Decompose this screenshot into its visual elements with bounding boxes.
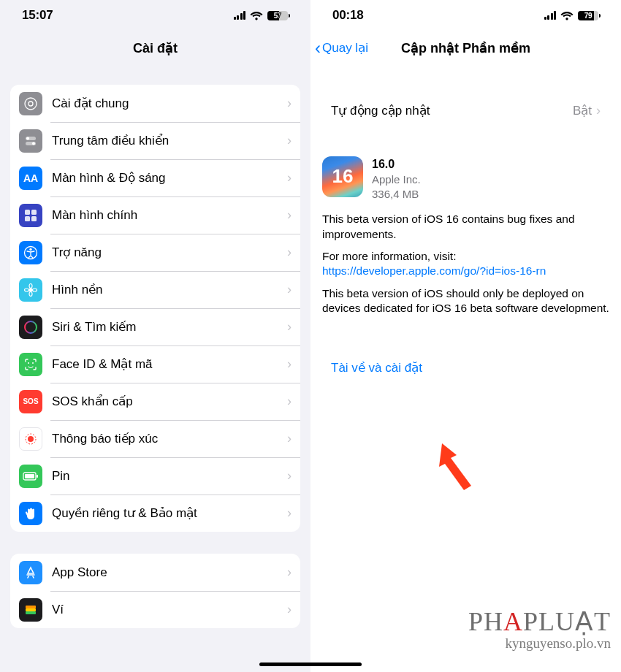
- chevron-right-icon: ›: [287, 133, 292, 148]
- battery-indicator: 57: [267, 11, 290, 20]
- svg-point-5: [32, 142, 35, 145]
- wifi-icon: [560, 11, 574, 20]
- chevron-right-icon: ›: [287, 96, 292, 111]
- settings-row-faceid[interactable]: Face ID & Mật mã›: [10, 345, 300, 383]
- svg-point-1: [28, 102, 33, 106]
- accessibility-icon: [19, 241, 42, 264]
- row-label: Face ID & Mật mã: [52, 356, 287, 372]
- cellular-signal-icon: [234, 11, 246, 20]
- home-indicator[interactable]: [259, 663, 362, 666]
- settings-row-exposure[interactable]: Thông báo tiếp xúc›: [10, 420, 300, 457]
- software-update-screen: 00:18 79 ‹ Quay lại Cập nhật Phần mềm T: [310, 0, 621, 672]
- svg-point-19: [32, 362, 34, 364]
- settings-row-siri[interactable]: Siri & Tìm kiếm›: [10, 308, 300, 345]
- chevron-right-icon: ›: [287, 505, 292, 521]
- settings-row-wallpaper[interactable]: Hình nền›: [10, 271, 300, 308]
- settings-row-sos[interactable]: SOSSOS khẩn cấp›: [10, 383, 300, 420]
- chevron-right-icon: ›: [287, 565, 292, 580]
- row-label: Ví: [52, 603, 287, 617]
- appstore-icon: [19, 561, 42, 584]
- svg-rect-6: [25, 210, 30, 215]
- nav-bar-update: ‹ Quay lại Cập nhật Phần mềm: [310, 31, 621, 66]
- chevron-right-icon: ›: [287, 319, 292, 335]
- svg-point-13: [29, 283, 32, 288]
- row-label: Siri & Tìm kiếm: [52, 319, 287, 335]
- update-description-2: This beta version of iOS should only be …: [322, 286, 609, 316]
- svg-point-12: [29, 288, 33, 291]
- chevron-right-icon: ›: [287, 394, 292, 409]
- back-button[interactable]: ‹ Quay lại: [315, 39, 368, 57]
- update-content[interactable]: Tự động cập nhật Bật › 16 16.0 Apple Inc…: [310, 66, 621, 672]
- svg-point-16: [33, 289, 37, 291]
- row-label: App Store: [52, 565, 287, 580]
- wallet-icon: [19, 598, 42, 622]
- update-info-card: 16 16.0 Apple Inc. 336,4 MB This beta ve…: [321, 146, 611, 334]
- svg-rect-26: [26, 608, 36, 611]
- svg-point-3: [26, 137, 29, 140]
- home-grid-icon: [19, 204, 42, 227]
- update-version: 16.0: [372, 156, 421, 172]
- watermark-brand: PHAPLUẠT: [468, 608, 611, 635]
- auto-update-group: Tự động cập nhật Bật ›: [321, 92, 611, 129]
- svg-rect-25: [26, 606, 36, 608]
- chevron-right-icon: ›: [287, 431, 292, 446]
- settings-screen: 15:07 57 Cài đặt Cài đặt chung›Trung tâm…: [0, 0, 310, 672]
- chevron-right-icon: ›: [596, 103, 601, 118]
- settings-group: Cài đặt chung›Trung tâm điều khiển›AAMàn…: [10, 85, 300, 532]
- row-label: Cài đặt chung: [52, 96, 287, 111]
- clock: 00:18: [332, 8, 363, 23]
- row-label: Trợ năng: [52, 245, 287, 260]
- row-label: Trung tâm điều khiển: [52, 133, 287, 148]
- sos-icon: SOS: [19, 390, 42, 413]
- settings-row-control-center[interactable]: Trung tâm điều khiển›: [10, 122, 300, 159]
- auto-update-row[interactable]: Tự động cập nhật Bật ›: [321, 92, 611, 129]
- watermark: PHAPLUẠT kynguyenso.plo.vn: [468, 608, 611, 650]
- status-bar: 00:18 79: [310, 0, 621, 31]
- svg-rect-23: [25, 474, 34, 478]
- ios16-icon: 16: [322, 156, 363, 197]
- settings-row-home-screen[interactable]: Màn hình chính›: [10, 196, 300, 234]
- svg-point-14: [29, 291, 32, 296]
- settings-row-appstore[interactable]: App Store›: [10, 554, 300, 591]
- settings-row-accessibility[interactable]: Trợ năng›: [10, 234, 300, 271]
- battery-indicator: 79: [578, 11, 601, 20]
- gear-icon: [19, 92, 42, 115]
- status-bar: 15:07 57: [0, 0, 310, 31]
- release-notes-link[interactable]: https://developer.apple.com/go/?id=ios-1…: [322, 264, 546, 277]
- chevron-right-icon: ›: [287, 170, 292, 186]
- svg-point-18: [28, 362, 29, 364]
- settings-row-general[interactable]: Cài đặt chung›: [10, 85, 300, 122]
- row-label: Màn hình & Độ sáng: [52, 170, 287, 186]
- svg-rect-9: [31, 216, 37, 221]
- svg-point-15: [25, 289, 29, 291]
- svg-point-0: [25, 98, 37, 110]
- update-more-info: For more information, visit: https://dev…: [322, 249, 609, 279]
- row-label: Hình nền: [52, 282, 287, 297]
- status-indicators: 79: [544, 11, 601, 20]
- chevron-right-icon: ›: [287, 207, 292, 223]
- settings-row-battery[interactable]: Pin›: [10, 457, 300, 495]
- faceid-icon: [19, 353, 42, 376]
- battery-icon: [19, 465, 42, 488]
- row-label: Màn hình chính: [52, 208, 287, 223]
- download-install-button[interactable]: Tài về và cài đặt: [321, 350, 611, 386]
- settings-row-display[interactable]: AAMàn hình & Độ sáng›: [10, 159, 300, 196]
- settings-list[interactable]: Cài đặt chung›Trung tâm điều khiển›AAMàn…: [0, 66, 310, 672]
- chevron-right-icon: ›: [287, 356, 292, 372]
- chevron-right-icon: ›: [287, 468, 292, 484]
- settings-row-privacy[interactable]: Quyền riêng tư & Bảo mật›: [10, 495, 300, 532]
- update-description-1: This beta version of iOS 16 contains bug…: [322, 212, 609, 242]
- chevron-left-icon: ‹: [315, 39, 321, 57]
- row-label: Thông báo tiếp xúc: [52, 431, 287, 446]
- chevron-right-icon: ›: [287, 282, 292, 297]
- wifi-icon: [250, 11, 263, 20]
- flower-icon: [19, 278, 42, 302]
- settings-group: App Store›Ví›: [10, 554, 300, 628]
- exposure-icon: [19, 427, 42, 451]
- update-header: 16 16.0 Apple Inc. 336,4 MB: [322, 156, 609, 202]
- svg-rect-8: [25, 216, 30, 221]
- display-aa-icon: AA: [19, 167, 42, 190]
- update-vendor: Apple Inc.: [372, 172, 421, 187]
- settings-row-wallet[interactable]: Ví›: [10, 591, 300, 628]
- svg-point-17: [25, 321, 37, 333]
